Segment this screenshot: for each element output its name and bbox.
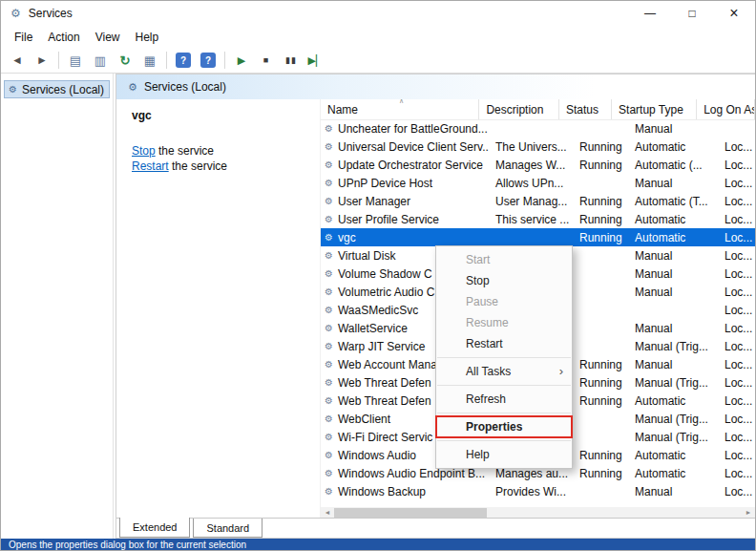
service-name: WebClient — [338, 413, 390, 426]
service-logon-cell: Loc... — [718, 428, 755, 446]
restart-service-button[interactable]: ▶▏ — [304, 50, 327, 71]
service-status-cell: Running — [573, 373, 628, 392]
service-row[interactable]: ⚙User ManagerUser Manag...RunningAutomat… — [321, 192, 755, 210]
service-status-cell: Running — [573, 210, 628, 228]
service-logon-cell: Loc... — [718, 156, 755, 174]
column-header-startup-type[interactable]: Startup Type — [612, 99, 697, 119]
service-name-cell: ⚙Uncheater for BattleGround... — [321, 119, 489, 138]
maximize-button[interactable]: □ — [671, 1, 713, 26]
service-description-cell: The Univers... — [489, 138, 573, 156]
service-logon-cell: Loc... — [718, 301, 755, 319]
service-gear-icon: ⚙ — [325, 123, 333, 134]
service-logon-cell: Loc... — [718, 192, 755, 210]
column-header-description[interactable]: Description — [479, 99, 558, 119]
menu-view[interactable]: View — [88, 29, 128, 46]
service-row[interactable]: ⚙Universal Device Client Serv...The Univ… — [321, 138, 755, 156]
service-row[interactable]: ⚙Uncheater for BattleGround...Manual — [321, 119, 755, 138]
column-header-log-on-as[interactable]: Log On As — [697, 99, 755, 119]
pause-service-button[interactable]: ▮▮ — [280, 50, 303, 71]
service-row[interactable]: ⚙vgcRunningAutomaticLoc... — [321, 228, 755, 246]
service-logon-cell: Loc... — [718, 283, 755, 301]
refresh-button[interactable]: ↻ — [114, 50, 136, 71]
context-menu-item-all-tasks[interactable]: All Tasks› — [436, 361, 572, 382]
service-status-cell — [573, 265, 628, 283]
tree-item-label: Services (Local) — [22, 83, 104, 96]
service-name: Windows Backup — [338, 485, 426, 498]
service-startup-cell: Automatic — [628, 210, 718, 228]
properties-button[interactable]: ▦ — [138, 50, 161, 71]
service-logon-cell: Loc... — [718, 464, 755, 482]
service-status-cell — [573, 174, 628, 192]
toolbar: ◄►▤▥↻▦??▶■▮▮▶▏ — [1, 48, 755, 74]
menu-separator — [437, 385, 571, 386]
tree-item-services-local[interactable]: ⚙ Services (Local) — [4, 80, 110, 98]
context-menu-item-help[interactable]: Help — [436, 444, 572, 465]
tab-standard[interactable]: Standard — [193, 519, 262, 538]
service-name-cell: ⚙User Manager — [321, 192, 489, 210]
back-button[interactable]: ◄ — [6, 50, 29, 71]
service-gear-icon: ⚙ — [325, 268, 333, 279]
service-row[interactable]: ⚙User Profile ServiceThis service ...Run… — [321, 210, 755, 228]
service-logon-cell: Loc... — [718, 228, 755, 246]
context-menu-item-properties[interactable]: Properties — [436, 416, 572, 437]
service-status-cell — [573, 301, 628, 319]
menu-action[interactable]: Action — [40, 29, 87, 46]
service-name: UPnP Device Host — [338, 177, 432, 190]
close-button[interactable]: × — [713, 1, 755, 26]
restart-service-link[interactable]: Restart — [132, 159, 169, 173]
export-list-button[interactable]: ▥ — [89, 50, 112, 71]
service-gear-icon: ⚙ — [325, 413, 333, 424]
service-gear-icon: ⚙ — [325, 450, 333, 460]
service-row[interactable]: ⚙Update Orchestrator ServiceManages W...… — [321, 156, 755, 174]
service-startup-cell: Manual — [628, 119, 718, 138]
service-row[interactable]: ⚙UPnP Device HostAllows UPn...ManualLoc.… — [321, 174, 755, 192]
service-name-cell: ⚙vgc — [321, 228, 489, 246]
show-console-tree-button[interactable]: ▤ — [64, 50, 87, 71]
context-menu-item-stop[interactable]: Stop — [436, 270, 572, 291]
context-menu-item-refresh[interactable]: Refresh — [436, 389, 572, 410]
service-row[interactable]: ⚙Windows BackupProvides Wi...ManualLoc..… — [321, 482, 755, 500]
service-startup-cell: Manual (Trig... — [628, 428, 718, 446]
scrollbar-thumb[interactable] — [334, 508, 487, 518]
service-gear-icon: ⚙ — [325, 341, 333, 351]
column-header-status[interactable]: Status — [559, 99, 612, 119]
service-status-cell — [573, 283, 628, 301]
service-gear-icon: ⚙ — [325, 250, 333, 261]
stop-service-button[interactable]: ■ — [255, 50, 278, 71]
service-logon-cell: Loc... — [718, 392, 755, 410]
service-name-cell: ⚙User Profile Service — [321, 210, 489, 228]
tab-extended[interactable]: Extended — [119, 518, 190, 538]
context-help-button[interactable]: ? — [200, 53, 216, 68]
help-button[interactable]: ? — [176, 53, 191, 68]
service-name: Update Orchestrator Service — [338, 159, 483, 172]
service-description-cell — [489, 228, 573, 246]
service-name: Universal Device Client Serv... — [338, 140, 489, 154]
service-gear-icon: ⚙ — [325, 232, 333, 243]
service-name: Windows Audio — [338, 449, 416, 462]
service-name: WaaSMedicSvc — [338, 304, 418, 317]
menu-file[interactable]: File — [7, 29, 40, 46]
start-service-button[interactable]: ▶ — [230, 50, 253, 71]
menu-help[interactable]: Help — [128, 29, 167, 46]
menu-item-label: Help — [466, 448, 490, 461]
stop-service-link[interactable]: Stop — [132, 144, 156, 158]
menu-item-label: Properties — [466, 420, 522, 434]
statusbar: Opens the properties dialog box for the … — [1, 539, 755, 550]
service-gear-icon: ⚙ — [325, 178, 333, 188]
context-menu-item-restart[interactable]: Restart — [436, 333, 572, 354]
service-name: Volumetric Audio C — [338, 286, 434, 299]
service-status-cell: Running — [573, 192, 628, 210]
service-status-cell: Running — [573, 138, 628, 156]
minimize-button[interactable]: — — [629, 1, 671, 26]
forward-button[interactable]: ► — [31, 50, 53, 71]
service-name: Uncheater for BattleGround... — [338, 122, 488, 136]
service-name: Web Account Mana — [338, 358, 437, 371]
service-status-cell: Running — [573, 355, 628, 373]
service-name-cell: ⚙Universal Device Client Serv... — [321, 138, 489, 156]
service-startup-cell: Manual — [628, 246, 718, 265]
menu-separator — [437, 357, 571, 358]
window-title: Services — [29, 7, 73, 20]
service-startup-cell: Automatic — [628, 464, 718, 482]
menu-item-label: Resume — [466, 316, 509, 329]
service-status-cell — [573, 410, 628, 428]
